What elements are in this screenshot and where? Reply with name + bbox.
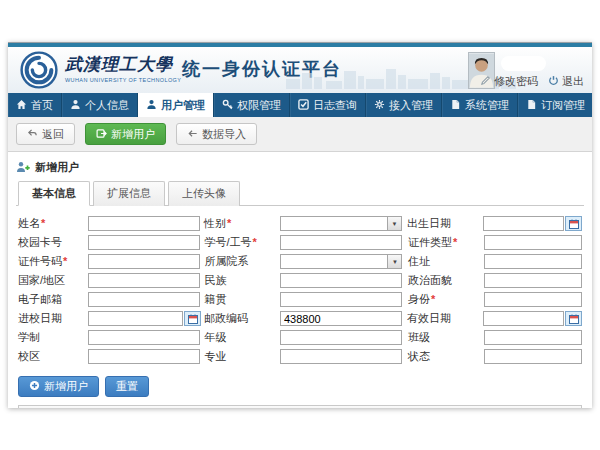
reset-label: 重置 (116, 379, 138, 394)
field-label: 身份 (408, 293, 430, 305)
check-square-icon (298, 99, 309, 112)
tab-basic-info[interactable]: 基本信息 (18, 181, 90, 206)
home-icon (16, 99, 27, 112)
back-label: 返回 (42, 127, 64, 142)
identity-input[interactable] (484, 292, 582, 307)
column-name: 姓名 (115, 407, 183, 409)
postal-code-input[interactable] (280, 311, 402, 326)
nav-tab-permission-management[interactable]: 权限管理 (214, 93, 290, 117)
nav-label: 首页 (31, 98, 53, 113)
field-label: 状态 (408, 350, 430, 362)
study-length-input[interactable] (88, 330, 200, 345)
field-major: 专业* (204, 348, 408, 365)
logout-label: 退出 (562, 74, 584, 89)
field-label: 进校日期 (18, 312, 62, 324)
submit-add-user-button[interactable]: 新增用户 (18, 376, 99, 397)
native-place-input[interactable] (280, 292, 402, 307)
nav-tab-subscription-management[interactable]: 订阅管理 (518, 93, 592, 117)
form-row: 学制* 年级* 班级* (18, 329, 582, 346)
gender-select[interactable] (280, 216, 402, 231)
political-status-input[interactable] (484, 273, 582, 288)
calendar-icon[interactable] (565, 311, 582, 326)
field-student-id: 学号/工号* (204, 234, 408, 251)
country-region-input[interactable] (88, 273, 200, 288)
field-grade: 年级* (204, 329, 408, 346)
campus-card-input[interactable] (88, 235, 200, 250)
student-id-input[interactable] (280, 235, 402, 250)
change-password-link[interactable]: 修改密码 (480, 74, 538, 89)
field-political-status: 政治面貌* (408, 272, 582, 289)
nav-label: 接入管理 (389, 98, 433, 113)
nav-tab-user-management[interactable]: 用户管理 (138, 93, 214, 117)
form-row: 进校日期* 邮政编码* 有效日期* (18, 310, 582, 327)
university-name-cn: 武漢理工大學 (65, 53, 181, 76)
field-country-region: 国家/地区* (18, 272, 204, 289)
id-number-input[interactable] (88, 254, 200, 269)
column-operations: 操作 (533, 407, 581, 409)
field-class: 班级* (408, 329, 582, 346)
nav-tab-system-management[interactable]: 系统管理 (442, 93, 518, 117)
nav-tab-personal-info[interactable]: 个人信息 (62, 93, 138, 117)
field-valid-date: 有效日期* (407, 310, 582, 327)
field-id-type: 证件类型* (408, 234, 582, 251)
address-input[interactable] (484, 254, 582, 269)
form-row: 电子邮箱* 籍贯* 身份* (18, 291, 582, 308)
campus-input[interactable] (88, 349, 200, 364)
main-nav: 首页 个人信息 用户管理 权限管理 日志查询 接入管理 系统管理 订阅管理 (8, 93, 592, 117)
field-id-number: 证件号码* (18, 253, 204, 270)
class-input[interactable] (484, 330, 582, 345)
nav-label: 个人信息 (85, 98, 129, 113)
field-label: 民族 (204, 274, 226, 286)
field-label: 邮政编码 (204, 312, 248, 324)
field-study-length: 学制* (18, 329, 204, 346)
add-user-label: 新增用户 (111, 127, 155, 142)
basic-info-form: 姓名* 性别* ▼ 出生日期* 校园卡号* (16, 206, 584, 369)
import-arrow-icon (187, 128, 198, 141)
nav-tab-home[interactable]: 首页 (8, 93, 62, 117)
email-input[interactable] (88, 292, 200, 307)
reset-button[interactable]: 重置 (105, 376, 149, 397)
field-status: 状态* (408, 348, 582, 365)
required-marker: * (431, 293, 435, 305)
data-import-button[interactable]: 数据导入 (176, 123, 257, 145)
tab-upload-avatar[interactable]: 上传头像 (168, 181, 240, 206)
tab-extended-info[interactable]: 扩展信息 (93, 181, 165, 206)
add-user-toolbar-button[interactable]: 新增用户 (85, 123, 166, 145)
field-label: 年级 (204, 331, 226, 343)
form-row: 国家/地区* 民族* 政治面貌* (18, 272, 582, 289)
major-input[interactable] (280, 349, 402, 364)
nav-label: 日志查询 (313, 98, 357, 113)
nav-tab-access-management[interactable]: 接入管理 (366, 93, 442, 117)
nav-tab-log-query[interactable]: 日志查询 (290, 93, 366, 117)
logout-link[interactable]: 退出 (548, 74, 584, 89)
field-campus-card: 校园卡号* (18, 234, 204, 251)
nav-label: 权限管理 (237, 98, 281, 113)
calendar-icon[interactable] (184, 311, 201, 326)
status-input[interactable] (484, 349, 582, 364)
field-label: 住址 (408, 255, 430, 267)
field-label: 所属院系 (204, 255, 248, 267)
nav-label: 订阅管理 (541, 98, 585, 113)
panel-title-text: 新增用户 (35, 160, 79, 175)
valid-date-input[interactable] (483, 311, 564, 326)
add-user-panel: 新增用户 基本信息 扩展信息 上传头像 姓名* 性别* ▼ (8, 151, 592, 408)
field-address: 住址* (408, 253, 582, 270)
ethnicity-input[interactable] (280, 273, 402, 288)
dropdown-arrow-icon[interactable]: ▼ (387, 255, 401, 268)
name-input[interactable] (88, 216, 200, 231)
id-type-input[interactable] (484, 235, 582, 250)
back-button[interactable]: 返回 (16, 123, 75, 145)
department-select[interactable] (280, 254, 402, 269)
gear-icon (374, 99, 385, 112)
birth-date-input[interactable] (483, 216, 564, 231)
calendar-icon[interactable] (565, 216, 582, 231)
dropdown-arrow-icon[interactable]: ▼ (387, 217, 401, 230)
entry-date-input[interactable] (88, 311, 183, 326)
field-label: 性别 (204, 217, 226, 229)
form-row: 校园卡号* 学号/工号* 证件类型* (18, 234, 582, 251)
toolbar: 返回 新增用户 数据导入 (8, 117, 592, 151)
back-arrow-icon (27, 128, 38, 141)
column-identity: 身份 (269, 407, 335, 409)
field-birth-date: 出生日期* (407, 215, 582, 232)
grade-input[interactable] (280, 330, 402, 345)
